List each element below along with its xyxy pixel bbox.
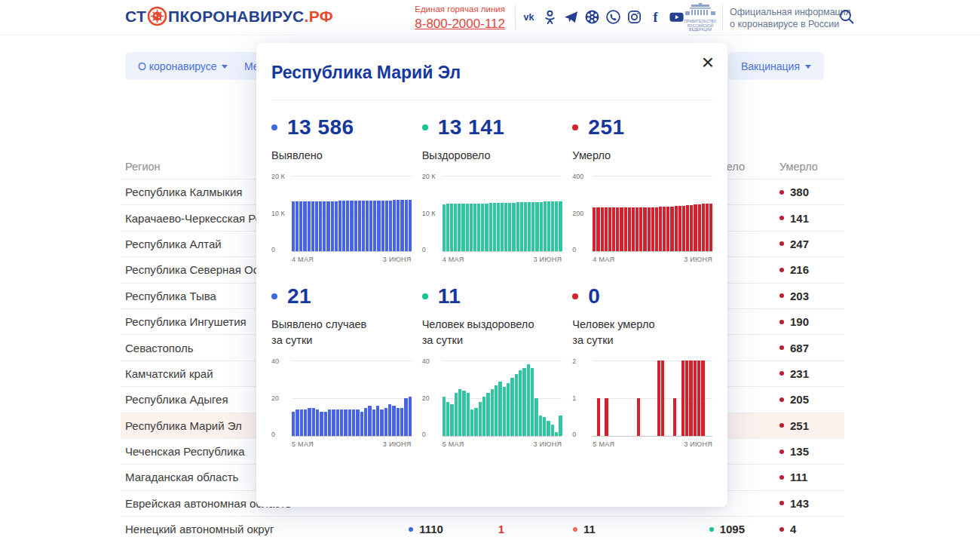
official-info-line2: о коронавирусе в России — [730, 19, 851, 31]
bar — [524, 202, 527, 251]
bar — [455, 393, 458, 437]
status-dot — [271, 293, 277, 299]
bar — [686, 205, 689, 251]
facebook-icon[interactable]: f — [648, 9, 663, 25]
bar — [362, 201, 365, 251]
y-axis-tick: 200 — [572, 210, 583, 217]
status-dot — [409, 527, 413, 532]
bar — [540, 202, 543, 252]
bar — [364, 408, 367, 437]
bar — [593, 207, 596, 251]
bar — [685, 361, 688, 436]
bar — [663, 207, 666, 252]
bar — [381, 201, 384, 251]
value-cell: 216 — [761, 263, 844, 276]
bar — [470, 204, 473, 251]
status-dot — [779, 397, 784, 402]
stat-died-daily: 0 Человек умерло за сутки — [572, 284, 712, 348]
chart-died-daily: 210 5 МАЯ3 ИЮНЯ — [572, 361, 712, 448]
column-header-died[interactable]: Умерло — [761, 161, 844, 173]
bar — [639, 207, 642, 252]
vk-icon[interactable]: vk — [521, 9, 537, 25]
status-dot — [779, 501, 784, 505]
site-logo[interactable]: СТ ПКОРОНАВИРУС .РФ — [125, 6, 333, 26]
official-info-line1: Официальная информация — [730, 7, 851, 19]
status-dot — [779, 241, 784, 246]
status-dot — [779, 475, 784, 480]
status-dot — [779, 423, 784, 428]
bar — [522, 368, 525, 436]
y-axis-tick: 0 — [572, 246, 576, 253]
tab-about-coronavirus[interactable]: О коронавирусе — [125, 52, 240, 80]
value-cell: 1095 — [637, 523, 761, 535]
table-row[interactable]: Ненецкий автономный округ111011110954 — [121, 516, 844, 540]
bar — [292, 412, 295, 437]
cumulative-charts-row: 20 К10 К0 4 МАЯ3 ИЮНЯ 20 К10 К0 4 МАЯ3 И… — [256, 176, 727, 263]
ok-icon[interactable] — [542, 9, 558, 25]
divider — [271, 100, 712, 100]
bar — [709, 204, 712, 251]
bar — [450, 204, 453, 251]
tab-vaccination[interactable]: Вакцинация — [728, 52, 824, 80]
bar — [632, 207, 635, 251]
social-icons: vk — [521, 9, 684, 25]
bar — [675, 206, 678, 251]
search-icon[interactable] — [838, 8, 855, 25]
bar — [477, 204, 480, 251]
instagram-icon[interactable] — [626, 9, 642, 25]
bar — [400, 200, 403, 251]
status-dot — [779, 216, 784, 220]
bar — [551, 425, 554, 436]
chart-recovered-daily: 40200 5 МАЯ3 ИЮНЯ — [422, 361, 562, 448]
bar — [519, 370, 522, 437]
government-emblem[interactable]: ПРАВИТЕЛЬСТВО РОССИЙСКОЙ ФЕДЕРАЦИИ — [681, 3, 720, 32]
viber-icon[interactable] — [605, 9, 621, 25]
hotline-phone-link[interactable]: 8-800-2000-112 — [400, 16, 505, 33]
y-axis-tick: 2 — [572, 357, 576, 365]
bar — [666, 207, 669, 252]
official-info: Официальная информация о коронавирусе в … — [730, 7, 851, 30]
status-dot — [779, 190, 784, 195]
bar — [507, 383, 510, 436]
daily-stats-row: 21 Выявлено случаев за сутки 11 Человек … — [256, 284, 727, 348]
bar — [515, 374, 518, 437]
x-axis-start-label: 4 МАЯ — [292, 256, 314, 263]
bar — [670, 207, 673, 252]
value-cell: 231 — [761, 367, 844, 380]
bar — [389, 201, 392, 251]
bar — [620, 207, 623, 251]
bar — [332, 410, 335, 436]
film-reel-icon[interactable] — [584, 9, 600, 25]
modal-title: Республика Марий Эл — [271, 63, 712, 83]
stat-value: 21 — [287, 284, 311, 308]
bar — [624, 207, 627, 251]
y-axis-tick: 0 — [271, 246, 275, 253]
status-dot — [709, 527, 714, 532]
telegram-icon[interactable] — [563, 9, 579, 25]
bar — [409, 200, 412, 251]
bar — [340, 410, 343, 436]
close-icon[interactable]: × — [699, 49, 717, 76]
bar — [681, 361, 684, 436]
x-axis-start-label: 5 МАЯ — [443, 440, 464, 448]
bar — [527, 364, 530, 436]
bar — [482, 397, 485, 437]
bar — [612, 207, 615, 251]
bar — [547, 201, 550, 251]
bar — [605, 398, 608, 436]
bar — [481, 204, 484, 251]
bar — [335, 201, 338, 251]
bar — [316, 410, 319, 436]
bar — [635, 207, 639, 251]
value-cell: 1 — [471, 523, 531, 535]
chart-confirmed-total: 20 К10 К0 4 МАЯ3 ИЮНЯ — [271, 176, 412, 263]
bar — [520, 202, 523, 251]
bar — [331, 201, 334, 251]
bar — [659, 207, 662, 251]
value-cell: 135 — [761, 445, 844, 458]
value-cell: 4 — [761, 523, 844, 535]
bar — [446, 204, 449, 251]
y-axis-tick: 20 К — [271, 173, 285, 180]
bar — [350, 201, 353, 251]
value-cell: 111 — [761, 471, 844, 483]
